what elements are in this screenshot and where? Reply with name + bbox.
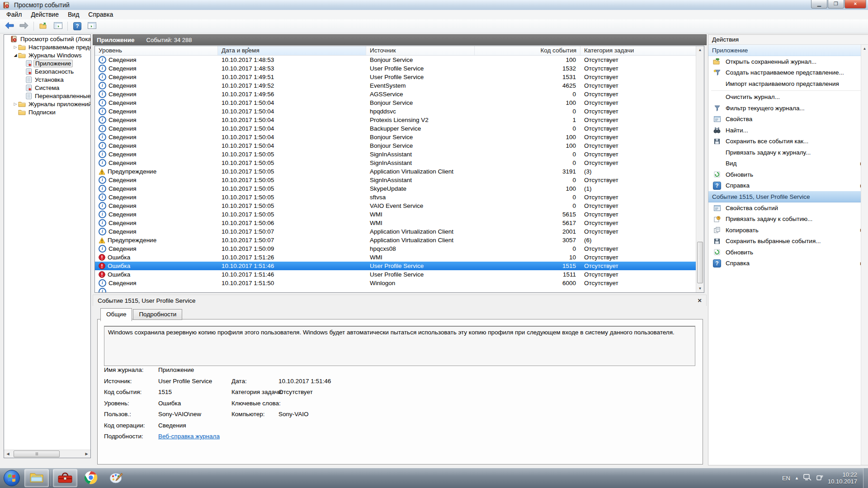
language-indicator[interactable]: EN: [782, 475, 790, 482]
event-row[interactable]: Ошибка10.10.2017 1:51:26WMI10Отсутствует: [95, 253, 696, 262]
event-row[interactable]: iСведения10.10.2017 1:48:53User Profile …: [95, 64, 696, 73]
action-сохранить-выбранные-события-[interactable]: Сохранить выбранные события...: [708, 236, 868, 247]
event-row[interactable]: iСведения10.10.2017 1:50:04Bonjour Servi…: [95, 133, 696, 141]
collapsed-icon[interactable]: ▷: [13, 45, 18, 49]
console-tree-button[interactable]: [52, 21, 64, 32]
column-header-категория-задачи[interactable]: Категория задачи: [580, 46, 704, 55]
tree-item-подписки[interactable]: Подписки: [4, 108, 90, 116]
event-row[interactable]: iСведения10.10.2017 1:48:53Bonjour Servi…: [95, 56, 696, 64]
action-импорт-настраиваемого-представления[interactable]: Импорт настраиваемого представления: [708, 78, 868, 89]
event-row[interactable]: Предупреждение10.10.2017 1:50:07Applicat…: [95, 236, 696, 244]
tree-horizontal-scrollbar[interactable]: ◀ ▶: [4, 450, 90, 458]
back-button[interactable]: [4, 21, 15, 32]
action-pane-button[interactable]: [86, 21, 98, 32]
action-создать-настраиваемое-представление-[interactable]: Создать настраиваемое представление...: [708, 67, 868, 79]
expanded-icon[interactable]: ◢: [13, 53, 18, 57]
tree-item-приложение[interactable]: Приложение: [4, 59, 90, 67]
menu-Справка[interactable]: Справка: [84, 10, 118, 19]
help-button[interactable]: ?: [71, 21, 83, 32]
event-row[interactable]: iСведения10.10.2017 1:50:05WMI5615Отсутс…: [95, 210, 696, 219]
event-row[interactable]: iСведения10.10.2017 1:50:06WMI5617Отсутс…: [95, 219, 696, 227]
action-справка[interactable]: ?Справка▶: [708, 180, 868, 192]
event-row[interactable]: iСведения10.10.2017 1:50:07Application V…: [95, 227, 696, 236]
menu-Действие[interactable]: Действие: [26, 10, 63, 19]
tab-общие[interactable]: Общие: [100, 308, 132, 321]
event-row-partial[interactable]: i: [95, 287, 696, 292]
action-привязать-задачу-к-событию-[interactable]: Привязать задачу к событию...: [708, 214, 868, 225]
event-row[interactable]: iСведения10.10.2017 1:49:52EventSystem46…: [95, 81, 696, 90]
column-header-код-события[interactable]: Код события: [475, 46, 580, 55]
power-plug-icon[interactable]: [816, 474, 823, 483]
column-header-дата-и-время[interactable]: Дата и время: [218, 46, 366, 55]
tree-item-просмотр-событий-локальнь[interactable]: Просмотр событий (Локальнь: [4, 35, 90, 43]
tree-item-перенаправленные-соб[interactable]: Перенаправленные соб: [4, 92, 90, 100]
action-свойства-событий[interactable]: Свойства событий: [708, 202, 868, 214]
action-привязать-задачу-к-журналу-[interactable]: Привязать задачу к журналу...: [708, 147, 868, 158]
scroll-up-icon[interactable]: ▲: [861, 45, 868, 52]
event-row[interactable]: iСведения10.10.2017 1:50:04Backupper Ser…: [95, 124, 696, 133]
show-desktop-button[interactable]: [863, 468, 868, 488]
start-button[interactable]: [3, 469, 21, 487]
action-сохранить-все-события-как-[interactable]: Сохранить все события как...: [708, 136, 868, 147]
collapsed-icon[interactable]: ▷: [13, 102, 18, 106]
event-row[interactable]: iСведения10.10.2017 1:50:04Bonjour Servi…: [95, 141, 696, 150]
tree-item-система[interactable]: Система: [4, 84, 90, 92]
maximize-button[interactable]: ❐: [828, 0, 844, 9]
event-row[interactable]: iСведения10.10.2017 1:50:05SignInAssista…: [95, 176, 696, 184]
event-row[interactable]: iСведения10.10.2017 1:50:05sftvsa0Отсутс…: [95, 193, 696, 202]
preview-close-icon[interactable]: ×: [698, 297, 702, 304]
event-row[interactable]: iСведения10.10.2017 1:50:05SkypeUpdate10…: [95, 184, 696, 193]
action-очистить-журнал-[interactable]: Очистить журнал...: [708, 92, 868, 103]
tree-item-безопасность[interactable]: Безопасность: [4, 67, 90, 75]
taskbar-windows-explorer-button[interactable]: [24, 469, 49, 487]
action-обновить[interactable]: Обновить: [708, 247, 868, 258]
tree-item-журналы-windows[interactable]: ◢Журналы Windows: [4, 51, 90, 59]
forward-button[interactable]: [18, 21, 30, 32]
log-online-help-link[interactable]: Веб-справка журнала: [158, 433, 220, 440]
event-row[interactable]: iСведения10.10.2017 1:50:04Protexis Lice…: [95, 116, 696, 124]
event-row[interactable]: iСведения10.10.2017 1:50:09hpqcxs080Отсу…: [95, 244, 696, 253]
action-справка[interactable]: ?Справка▶: [708, 258, 868, 269]
action-group-header[interactable]: Событие 1515, User Profile Service▲: [708, 191, 868, 202]
event-list-vertical-scrollbar[interactable]: ▲ ▼: [696, 46, 704, 292]
event-row[interactable]: Ошибка10.10.2017 1:51:46User Profile Ser…: [95, 270, 696, 279]
tray-expand-icon[interactable]: ▲: [795, 476, 799, 480]
action-свойства[interactable]: Свойства: [708, 114, 868, 125]
network-icon[interactable]: [803, 474, 811, 483]
tree-item-настраиваемые-представле[interactable]: ▷Настраиваемые представле: [4, 43, 90, 51]
action-вид[interactable]: Вид▶: [708, 158, 868, 169]
taskbar-paint-button[interactable]: [104, 469, 128, 487]
event-row[interactable]: Предупреждение10.10.2017 1:50:05Applicat…: [95, 167, 696, 176]
actions-vertical-scrollbar[interactable]: ▲: [861, 45, 868, 465]
event-row[interactable]: iСведения10.10.2017 1:49:56AGSService0От…: [95, 90, 696, 99]
action-фильтр-текущего-журнала-[interactable]: Фильтр текущего журнала...: [708, 103, 868, 114]
action-открыть-сохраненный-журнал-[interactable]: Открыть сохраненный журнал...: [708, 56, 868, 67]
scroll-down-icon[interactable]: ▼: [696, 285, 704, 292]
action-обновить[interactable]: Обновить: [708, 169, 868, 180]
taskbar-admin-toolbox-button[interactable]: [53, 469, 77, 487]
minimize-button[interactable]: ▁: [811, 0, 827, 9]
taskbar-clock[interactable]: 10:22 10.10.2017: [828, 471, 857, 485]
event-row[interactable]: iСведения10.10.2017 1:50:05VAIO Event Se…: [95, 202, 696, 210]
scrollbar-thumb[interactable]: [697, 242, 703, 283]
tab-подробности[interactable]: Подробности: [133, 309, 182, 320]
column-header-источник[interactable]: Источник: [366, 46, 475, 55]
event-row[interactable]: iСведения10.10.2017 1:49:51User Profile …: [95, 73, 696, 81]
action-копировать[interactable]: Копировать▶: [708, 225, 868, 236]
scroll-up-icon[interactable]: ▲: [696, 46, 704, 54]
menu-Файл[interactable]: Файл: [2, 10, 26, 19]
tree-item-установка[interactable]: Установка: [4, 75, 90, 84]
column-header-уровень[interactable]: Уровень: [95, 46, 218, 55]
menu-Вид[interactable]: Вид: [63, 10, 84, 19]
export-button[interactable]: [38, 21, 49, 32]
scroll-left-icon[interactable]: ◀: [4, 452, 12, 456]
event-row[interactable]: iСведения10.10.2017 1:50:05SignInAssista…: [95, 150, 696, 159]
event-row[interactable]: iСведения10.10.2017 1:50:04Bonjour Servi…: [95, 99, 696, 107]
event-row[interactable]: Ошибка10.10.2017 1:51:46User Profile Ser…: [95, 262, 696, 270]
action-group-header[interactable]: Приложение▲: [708, 45, 868, 56]
close-button[interactable]: ×: [844, 0, 866, 9]
scrollbar-thumb[interactable]: [14, 450, 60, 457]
taskbar-chrome-button[interactable]: [79, 469, 103, 487]
event-row[interactable]: iСведения10.10.2017 1:50:04hpqddsvc0Отсу…: [95, 107, 696, 116]
event-row[interactable]: iСведения10.10.2017 1:50:05SignInAssista…: [95, 159, 696, 167]
